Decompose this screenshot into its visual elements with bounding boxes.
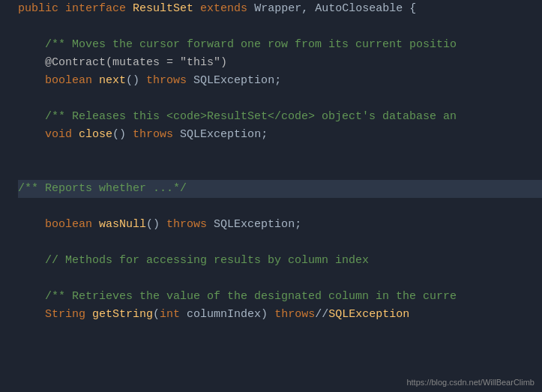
- header-line: public interface ResultSet extends Wrapp…: [18, 2, 416, 15]
- section-5: /** Retrieves the value of the designate…: [18, 290, 457, 321]
- code-editor: public interface ResultSet extends Wrapp…: [0, 0, 542, 392]
- section-3: /** Reports whether ...*/ boolean wasNul…: [18, 164, 542, 231]
- section-4: // Methods for accessing results by colu…: [18, 254, 369, 267]
- section-1: /** Moves the cursor forward one row fro…: [18, 38, 457, 87]
- section-2: /** Releases this <code>ResultSet</code>…: [18, 110, 457, 141]
- watermark: https://blog.csdn.net/WillBearClimb: [406, 376, 535, 389]
